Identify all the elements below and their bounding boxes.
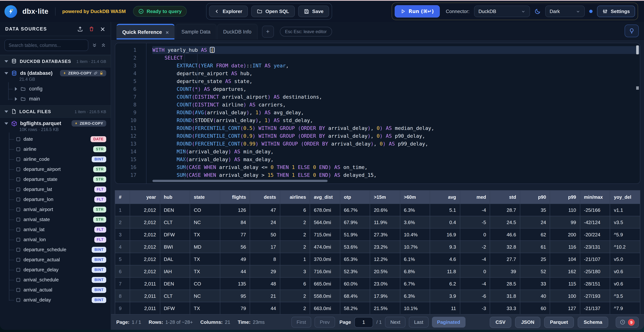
code-token	[231, 156, 234, 162]
field-checkbox[interactable]	[16, 218, 20, 221]
field-checkbox[interactable]	[16, 197, 20, 201]
column-item-arrival_lon[interactable]: arrival_lonFLT	[0, 234, 111, 245]
editor-hscrollbar-thumb[interactable]	[152, 180, 328, 182]
column-header[interactable]: yoy_del	[610, 190, 640, 204]
field-checkbox[interactable]	[16, 268, 20, 272]
collapse-all-button[interactable]	[100, 42, 106, 48]
field-checkbox[interactable]	[16, 298, 20, 302]
tree-item-main[interactable]: main	[0, 94, 111, 104]
close-sidebar-button[interactable]	[100, 26, 106, 32]
field-checkbox[interactable]	[16, 137, 20, 141]
field-checkbox[interactable]	[16, 288, 20, 292]
section-duckdb-databases[interactable]: DUCKDB DATABASES 1 item · 21.4 GB	[0, 55, 111, 67]
page-input[interactable]	[354, 317, 373, 327]
editor-vscrollbar-thumb[interactable]	[636, 45, 639, 54]
column-header[interactable]: >60m	[400, 190, 430, 204]
explorer-button[interactable]: Explorer	[209, 5, 248, 17]
column-item-departure_state[interactable]: departure_stateSTR	[0, 174, 111, 184]
export-json-button[interactable]: JSON	[515, 317, 540, 328]
tab-sample-data[interactable]: Sample Data	[176, 24, 216, 39]
upload-button[interactable]	[77, 26, 83, 32]
column-header[interactable]: avg_dist	[310, 190, 340, 204]
last-page-button[interactable]: Last	[409, 317, 428, 328]
column-item-arrival_airport[interactable]: arrival_airportSTR	[0, 204, 111, 214]
column-item-departure_lat[interactable]: departure_latFLT	[0, 184, 111, 194]
field-checkbox[interactable]	[16, 238, 20, 241]
column-item-departure_actual[interactable]: departure_actualBINT	[0, 255, 111, 265]
column-item-airline[interactable]: airlineSTR	[0, 144, 111, 154]
field-checkbox[interactable]	[16, 177, 20, 181]
expand-all-button[interactable]	[92, 42, 97, 48]
settings-button[interactable]: Settings	[597, 5, 635, 17]
tree-item-config[interactable]: config	[0, 84, 111, 94]
code-token: arrival_delay <=	[216, 164, 270, 170]
column-item-arrival_state[interactable]: arrival_stateSTR	[0, 214, 111, 224]
column-item-arrival_actual[interactable]: arrival_actualBINT	[0, 285, 111, 295]
column-header[interactable]: >15m	[370, 190, 400, 204]
export-parquet-button[interactable]: Parquet	[544, 317, 574, 328]
column-header[interactable]: med	[460, 190, 490, 204]
add-tab-button[interactable]: +	[262, 26, 274, 38]
column-header[interactable]: p90	[520, 190, 550, 204]
export-schema-button[interactable]: Schema	[578, 317, 608, 328]
line-number: 1	[115, 46, 136, 54]
column-item-departure_delay[interactable]: departure_delayBINT	[0, 265, 111, 275]
open-sql-button[interactable]: Open SQL	[251, 5, 294, 17]
run-query-button[interactable]: Run (⌘↵)	[395, 5, 440, 17]
first-page-button[interactable]: First	[292, 317, 312, 328]
field-checkbox[interactable]	[16, 228, 20, 231]
connector-select[interactable]: DuckDB	[474, 5, 530, 17]
column-item-departure_schedule[interactable]: departure_scheduleBINT	[0, 245, 111, 255]
column-header[interactable]: p99	[550, 190, 580, 204]
column-header[interactable]: state	[190, 190, 220, 204]
column-item-departure_airport[interactable]: departure_airportSTR	[0, 164, 111, 174]
search-input[interactable]	[4, 39, 88, 51]
result-cell: 5.1	[430, 204, 460, 216]
column-item-departure_lon[interactable]: departure_lonFLT	[0, 194, 111, 204]
column-header[interactable]: year	[130, 190, 160, 204]
column-item-arrival_lat[interactable]: arrival_latFLT	[0, 224, 111, 234]
field-checkbox[interactable]	[16, 278, 20, 282]
column-header[interactable]: flights	[220, 190, 250, 204]
next-page-button[interactable]: Next	[385, 317, 406, 328]
column-item-arrival_schedule[interactable]: arrival_scheduleBINT	[0, 275, 111, 285]
field-checkbox[interactable]	[16, 258, 20, 261]
section-local-files[interactable]: LOCAL FILES 1 item · 216.5 KB	[0, 105, 111, 118]
result-cell: 2,012	[130, 241, 160, 253]
tree-item-bgflights-parquet[interactable]: bgflights.parquet ZERO-COPY	[0, 118, 111, 127]
column-item-arrival_delay[interactable]: arrival_delayBINT	[0, 295, 111, 305]
code-area[interactable]: WITH yearly_hub AS ( SELECT EXTRACT(YEAR…	[146, 43, 640, 183]
field-checkbox[interactable]	[16, 207, 20, 211]
column-header[interactable]: hub	[160, 190, 190, 204]
tree-item-ds-database[interactable]: ds (database) ZERO-COPY	[0, 67, 111, 77]
field-checkbox[interactable]	[16, 187, 20, 191]
column-header[interactable]: dests	[250, 190, 280, 204]
column-header[interactable]: #	[115, 190, 130, 204]
query-history-button[interactable]: 9	[616, 317, 639, 328]
tab-duckdb-info[interactable]: DuckDB Info	[217, 24, 258, 39]
save-button[interactable]: Save	[298, 5, 329, 17]
lightbulb-button[interactable]	[624, 24, 639, 37]
column-header[interactable]: airlines	[280, 190, 310, 204]
prev-page-button[interactable]: Prev	[314, 317, 335, 328]
field-checkbox[interactable]	[16, 167, 20, 171]
code-token	[256, 133, 258, 139]
theme-select[interactable]: Dark	[545, 5, 584, 17]
column-header[interactable]: avg	[430, 190, 460, 204]
column-header[interactable]: std	[490, 190, 520, 204]
paginated-toggle[interactable]: Paginated	[432, 317, 465, 328]
lock-icon	[100, 71, 103, 75]
field-checkbox[interactable]	[16, 157, 20, 161]
tab-quick-reference[interactable]: Quick Reference×	[116, 24, 175, 39]
field-checkbox[interactable]	[16, 147, 20, 151]
column-item-airline_code[interactable]: airline_codeBINT	[0, 154, 111, 164]
column-item-date[interactable]: dateDATE	[0, 134, 111, 144]
sql-editor[interactable]: 1234567891011121314151617 WITH yearly_hu…	[115, 43, 640, 184]
code-token	[228, 62, 231, 68]
field-checkbox[interactable]	[16, 248, 20, 251]
column-header[interactable]: min/max	[580, 190, 610, 204]
tab-close-icon[interactable]: ×	[166, 29, 169, 35]
column-header[interactable]: otp	[340, 190, 370, 204]
export-csv-button[interactable]: CSV	[490, 317, 511, 328]
delete-button[interactable]	[89, 26, 94, 32]
